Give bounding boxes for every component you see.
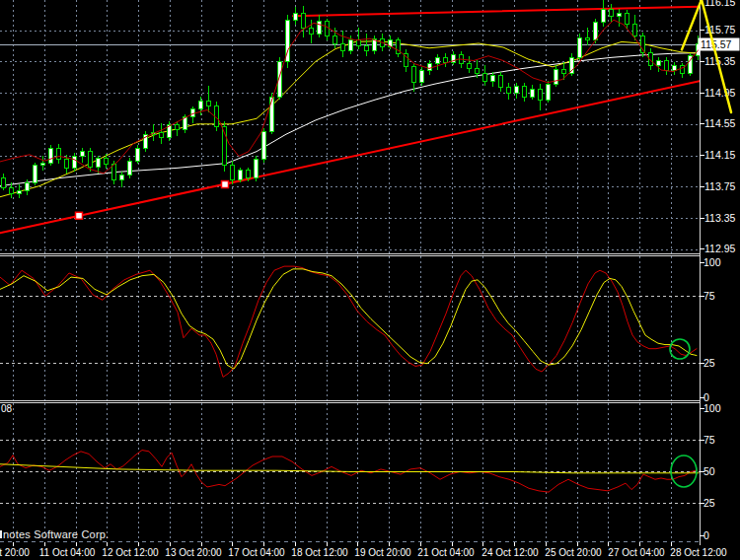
trendline-handle[interactable] xyxy=(222,181,229,188)
candle-body xyxy=(618,13,622,17)
candle-body xyxy=(499,76,503,88)
candle-body xyxy=(420,70,424,83)
candle-body xyxy=(665,60,669,70)
candle-body xyxy=(507,87,511,93)
candle-body xyxy=(578,37,582,57)
candle-body xyxy=(468,64,472,69)
candle-body xyxy=(365,45,369,51)
price-axis-label: 113.75 xyxy=(704,180,735,192)
candle-body xyxy=(491,76,495,82)
candle-body xyxy=(294,13,298,20)
candle-body xyxy=(10,187,14,193)
candle-body xyxy=(412,67,416,83)
candle-body xyxy=(65,160,69,169)
candle-body xyxy=(120,175,124,179)
candle-body xyxy=(476,68,480,73)
candle-body xyxy=(633,25,637,35)
time-axis-label: 9 Oct 20:00 xyxy=(0,547,30,558)
time-axis-label: 27 Oct 04:00 xyxy=(608,547,665,558)
candle-body xyxy=(333,35,337,43)
candle-body xyxy=(105,158,109,164)
price-axis-label: 114.55 xyxy=(704,117,735,129)
candle-body xyxy=(444,57,448,62)
candle-body xyxy=(523,87,527,97)
candle-body xyxy=(2,178,6,188)
candle-body xyxy=(428,64,432,70)
candle-body xyxy=(610,9,614,17)
price-axis-label: 115.35 xyxy=(704,55,735,67)
candle-body xyxy=(586,37,590,39)
candle-body xyxy=(657,60,661,65)
candle-body xyxy=(34,166,37,182)
price-axis-label: 113.35 xyxy=(704,212,735,224)
time-axis-label: 28 Oct 12:00 xyxy=(670,547,727,558)
candle-body xyxy=(531,89,535,97)
candle-body xyxy=(89,152,93,168)
cut-glyph-sliver xyxy=(0,530,2,538)
stoch-scale-label: 25 xyxy=(703,357,715,369)
candle-body xyxy=(97,158,101,168)
stoch-scale-label: 100 xyxy=(703,256,721,268)
rsi-scale-label: 25 xyxy=(703,497,715,509)
candle-body xyxy=(681,65,685,73)
current-price-value: 115.57 xyxy=(701,38,731,50)
candle-body xyxy=(199,101,203,109)
time-axis-label: 12 Oct 12:00 xyxy=(102,547,159,558)
candle-body xyxy=(207,101,211,106)
time-axis-label: 24 Oct 12:00 xyxy=(481,547,539,558)
indicator-label-fragment: 08 xyxy=(1,403,12,415)
candle-body xyxy=(81,152,85,157)
candle-body xyxy=(673,65,677,70)
time-axis-label: 19 Oct 20:00 xyxy=(354,547,411,558)
candle-body xyxy=(57,148,61,159)
candle-body xyxy=(626,13,629,25)
candle-body xyxy=(547,84,551,100)
candle-body xyxy=(349,39,353,51)
chart-canvas[interactable]: 116.15115.75115.35114.95114.55114.15113.… xyxy=(0,0,740,560)
candle-body xyxy=(555,69,558,84)
candle-body xyxy=(128,161,132,175)
candle-body xyxy=(247,171,251,178)
candle-body xyxy=(176,125,180,130)
time-axis-label: 18 Oct 12:00 xyxy=(291,547,348,558)
price-axis-label: 116.15 xyxy=(704,0,735,8)
candle-body xyxy=(602,9,606,23)
candle-body xyxy=(483,73,487,81)
candle-body xyxy=(341,43,345,51)
copyright-watermark: notes Software Corp. xyxy=(3,528,109,540)
rsi-scale-label: 0 xyxy=(703,529,709,541)
current-price-box: 115.57 xyxy=(699,38,740,51)
price-axis-label: 114.15 xyxy=(704,149,735,161)
candle-body xyxy=(436,57,440,63)
candle-body xyxy=(262,132,266,160)
rsi-scale-label: 75 xyxy=(703,434,715,446)
rsi-scale-label: 100 xyxy=(703,402,721,414)
candle-body xyxy=(49,148,53,163)
candle-body xyxy=(318,22,322,35)
candle-body xyxy=(231,166,235,179)
candle-body xyxy=(515,87,519,94)
time-axis-label: 13 Oct 20:00 xyxy=(165,547,222,558)
price-axis-label: 114.95 xyxy=(704,87,735,99)
candle-body xyxy=(270,97,274,132)
candle-body xyxy=(26,182,30,190)
candle-body xyxy=(41,164,45,166)
candle-body xyxy=(160,133,164,138)
stoch-scale-label: 75 xyxy=(703,290,715,302)
candle-body xyxy=(73,156,77,168)
time-axis-label: 25 Oct 20:00 xyxy=(545,547,602,558)
price-axis-label: 112.95 xyxy=(704,243,735,254)
candle-body xyxy=(562,69,566,73)
candle-body xyxy=(310,28,314,34)
time-axis-label: 17 Oct 04:00 xyxy=(228,547,285,558)
trendline-handle[interactable] xyxy=(76,212,83,219)
candle-body xyxy=(18,190,22,193)
chart-background xyxy=(0,0,740,560)
candle-body xyxy=(539,89,543,100)
time-axis-label: 11 Oct 04:00 xyxy=(39,547,96,558)
candle-body xyxy=(594,23,598,40)
candle-body xyxy=(255,160,259,178)
candle-body xyxy=(302,13,306,28)
candle-body xyxy=(136,148,140,161)
trading-chart-window[interactable]: 116.15115.75115.35114.95114.55114.15113.… xyxy=(0,0,740,560)
